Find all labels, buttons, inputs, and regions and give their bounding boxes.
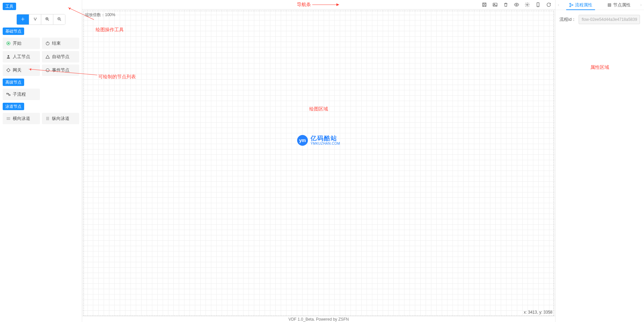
node-label: 自动节点 <box>52 54 69 60</box>
rows-icon <box>6 116 11 121</box>
watermark-zh: 亿码酷站 <box>311 135 340 142</box>
drawing-toolbar <box>3 14 79 25</box>
svg-point-4 <box>8 55 9 57</box>
tool-branch-button[interactable] <box>29 14 41 25</box>
nav-mobile-button[interactable] <box>535 2 541 8</box>
svg-point-14 <box>527 4 528 5</box>
basic-nodes-tag: 基础节点 <box>3 28 24 35</box>
nav-settings-button[interactable] <box>524 2 530 8</box>
zoom-indicator: 缩放倍数：100% <box>85 12 115 18</box>
svg-rect-17 <box>570 6 571 6</box>
canvas[interactable]: 缩放倍数：100% 绘图操作工具 可绘制的节点列表 绘图区域 ym 亿码酷站 Y… <box>82 9 555 322</box>
power-icon <box>45 41 50 46</box>
tabs-next-button[interactable] <box>638 3 644 7</box>
node-gateway[interactable]: 网关 <box>3 64 40 76</box>
center-area: 导航条 缩放倍数：100% 绘图操作工具 可绘制的节点列表 绘图区域 ym <box>82 0 555 322</box>
svg-rect-18 <box>572 4 573 5</box>
plus-move-icon <box>20 17 25 22</box>
node-label: 人工节点 <box>13 54 30 60</box>
advanced-nodes-grid: 子流程 <box>3 89 79 100</box>
node-start[interactable]: 开始 <box>3 38 40 49</box>
node-subflow[interactable]: 子流程 <box>3 89 40 100</box>
lane-nodes-grid: 横向泳道 纵向泳道 <box>3 113 79 124</box>
tool-zoom-out-button[interactable] <box>53 14 65 25</box>
svg-rect-19 <box>608 3 611 6</box>
node-label: 开始 <box>13 40 21 46</box>
properties-tabs: 流程属性 节点属性 <box>555 0 644 10</box>
footer-text: VDF 1.0_Beta. Powered by ZSFN <box>82 316 555 322</box>
nav-image-button[interactable] <box>492 2 498 8</box>
tab-node-properties[interactable]: 节点属性 <box>600 0 638 10</box>
sidebar: 工具 基础节点 开始 <box>0 0 82 322</box>
svg-rect-16 <box>570 3 571 4</box>
play-circle-icon <box>6 41 11 46</box>
properties-body: 流程id： 属性区域 <box>555 10 644 75</box>
node-event[interactable]: 事件节点 <box>42 64 79 76</box>
watermark-badge: ym <box>297 135 308 146</box>
tabs-prev-button[interactable] <box>555 3 561 7</box>
user-icon <box>6 54 11 59</box>
nav-refresh-button[interactable] <box>546 2 552 8</box>
flow-icon <box>569 3 574 7</box>
svg-marker-9 <box>336 3 339 6</box>
drawing-tool-group <box>16 14 65 25</box>
zoom-in-icon <box>45 17 50 22</box>
svg-rect-7 <box>9 95 10 96</box>
annotation-props-label: 属性区域 <box>559 64 640 71</box>
zoom-out-icon <box>57 17 62 22</box>
node-icon <box>607 3 612 7</box>
nav-delete-button[interactable] <box>503 2 509 8</box>
tool-move-button[interactable] <box>17 14 29 25</box>
nav-save-button[interactable] <box>481 2 487 8</box>
watermark-en: YMKUZHAN.COM <box>311 142 340 145</box>
canvas-boundary <box>84 11 554 316</box>
subflow-icon <box>6 92 11 97</box>
svg-point-13 <box>516 4 517 5</box>
node-auto[interactable]: 自动节点 <box>42 51 79 62</box>
columns-icon <box>45 116 50 121</box>
watermark: ym 亿码酷站 YMKUZHAN.COM <box>297 135 340 146</box>
branch-icon <box>33 17 38 22</box>
node-label: 纵向泳道 <box>52 116 69 122</box>
coordinates-label: x: 3413, y: 3358 <box>524 310 552 315</box>
flow-id-row: 流程id： <box>559 15 640 24</box>
flow-id-label: 流程id： <box>559 16 576 22</box>
svg-rect-6 <box>7 93 8 94</box>
tab-flow-properties[interactable]: 流程属性 <box>561 0 600 10</box>
node-manual[interactable]: 人工节点 <box>3 51 40 62</box>
advanced-nodes-tag: 高级节点 <box>3 79 24 86</box>
tools-tag: 工具 <box>3 3 16 10</box>
node-vlane[interactable]: 纵向泳道 <box>42 113 79 124</box>
top-nav-bar: 导航条 <box>82 0 555 9</box>
annotation-navbar: 导航条 <box>297 2 339 8</box>
flow-id-input[interactable] <box>579 15 640 24</box>
node-label: 网关 <box>13 67 21 73</box>
node-label: 横向泳道 <box>13 116 30 122</box>
node-label: 子流程 <box>13 91 26 97</box>
svg-rect-10 <box>483 3 486 6</box>
nav-preview-button[interactable] <box>514 2 520 8</box>
lane-nodes-tag: 泳道节点 <box>3 103 24 110</box>
diamond-icon <box>6 68 11 73</box>
triangle-icon <box>45 54 50 59</box>
tool-zoom-in-button[interactable] <box>41 14 53 25</box>
node-hlane[interactable]: 横向泳道 <box>3 113 40 124</box>
node-label: 结束 <box>52 40 61 46</box>
node-end[interactable]: 结束 <box>42 38 79 49</box>
properties-panel: 流程属性 节点属性 流程id： 属性区域 <box>555 0 644 322</box>
